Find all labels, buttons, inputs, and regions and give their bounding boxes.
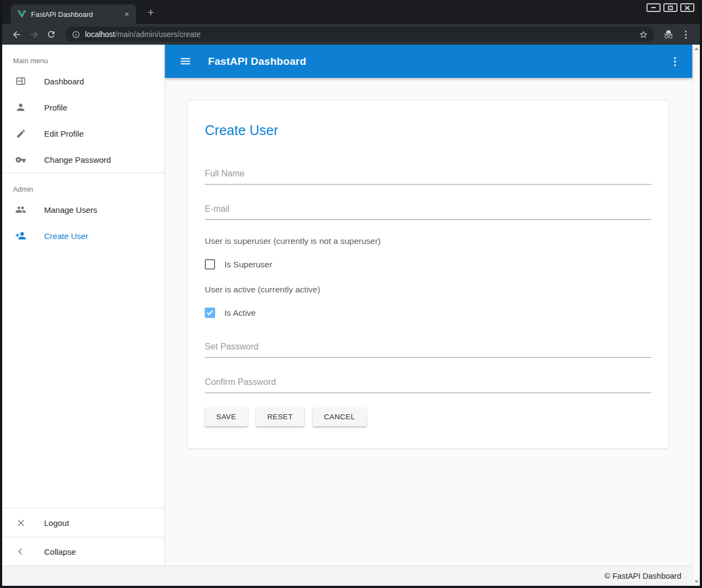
sidebar-item-label: Manage Users	[44, 205, 97, 215]
is-active-checkbox[interactable]	[205, 308, 215, 318]
browser-toolbar: localhost/main/admin/users/create ⋮	[2, 24, 700, 45]
hamburger-menu-icon[interactable]	[179, 55, 192, 68]
key-icon	[15, 154, 26, 165]
active-hint: User is active (currently active)	[205, 285, 651, 295]
sidebar-item-logout[interactable]: Logout	[2, 509, 164, 537]
full-name-field	[205, 169, 651, 185]
set-password-input[interactable]	[205, 342, 651, 358]
person-icon	[15, 102, 26, 113]
browser-window: FastAPI Dashboard × + local	[0, 0, 702, 588]
sidebar-item-profile[interactable]: Profile	[2, 94, 164, 120]
email-field	[205, 204, 651, 220]
person-add-icon	[15, 230, 26, 241]
sidebar-spacer	[2, 249, 164, 508]
address-bar[interactable]: localhost/main/admin/users/create	[65, 27, 654, 42]
maximize-button[interactable]	[663, 3, 677, 12]
app-menu-icon[interactable]: ⋮	[670, 55, 680, 68]
scroll-down-arrow-icon[interactable]	[694, 580, 699, 583]
is-active-label: Is Active	[224, 308, 256, 318]
close-window-button[interactable]	[680, 3, 694, 12]
pencil-icon	[15, 128, 26, 139]
reset-button[interactable]: RESET	[256, 407, 304, 426]
save-button[interactable]: SAVE	[205, 407, 248, 426]
create-user-card: Create User User is superuser (currently…	[187, 100, 669, 449]
full-name-input[interactable]	[205, 169, 651, 185]
url-path: /main/admin/users/create	[115, 30, 200, 39]
is-superuser-checkbox[interactable]	[205, 259, 215, 270]
sidebar-item-label: Logout	[44, 518, 69, 528]
sidebar-item-label: Edit Profile	[44, 129, 84, 138]
sidebar-item-edit-profile[interactable]: Edit Profile	[2, 120, 164, 146]
reload-button[interactable]	[44, 27, 59, 42]
browser-tab[interactable]: FastAPI Dashboard ×	[11, 4, 136, 24]
sidebar-section-main-menu: Main menu	[2, 45, 164, 68]
confirm-password-field	[205, 377, 651, 393]
is-superuser-label: Is Superuser	[224, 260, 272, 270]
superuser-checkbox-row: Is Superuser	[205, 259, 651, 270]
url-text[interactable]: localhost/main/admin/users/create	[85, 30, 631, 39]
page-title: Create User	[205, 122, 651, 138]
footer: © FastAPI Dashboard	[2, 566, 692, 586]
app-bar: FastAPI Dashboard ⋮	[165, 45, 692, 78]
cancel-button[interactable]: CANCEL	[313, 407, 367, 426]
sidebar-item-manage-users[interactable]: Manage Users	[2, 197, 164, 223]
close-icon	[15, 517, 26, 528]
confirm-password-input[interactable]	[205, 377, 651, 393]
sidebar-section-admin: Admin	[2, 173, 164, 197]
sidebar-item-change-password[interactable]: Change Password	[2, 146, 164, 173]
url-host: localhost	[85, 30, 115, 39]
info-icon[interactable]	[72, 30, 80, 39]
set-password-field	[205, 342, 651, 358]
browser-tab-strip: FastAPI Dashboard × +	[2, 0, 700, 24]
browser-menu-icon[interactable]: ⋮	[678, 27, 693, 42]
forward-button[interactable]	[26, 27, 41, 42]
main-area: FastAPI Dashboard ⋮ Create User	[165, 45, 692, 566]
sidebar-item-dashboard[interactable]: Dashboard	[2, 68, 164, 94]
sidebar-item-label: Collapse	[44, 547, 76, 556]
window-controls	[646, 3, 694, 12]
chevron-left-icon	[15, 546, 26, 557]
sidebar-item-label: Change Password	[44, 155, 111, 164]
form-buttons: SAVE RESET CANCEL	[205, 407, 651, 426]
back-button[interactable]	[9, 27, 24, 42]
new-tab-button[interactable]: +	[144, 5, 158, 20]
app-title: FastAPI Dashboard	[208, 56, 306, 68]
vue-logo-icon	[17, 10, 26, 19]
dashboard-icon	[15, 76, 26, 87]
footer-copyright: © FastAPI Dashboard	[605, 572, 681, 580]
sidebar: Main menu Dashboard Profile	[2, 45, 165, 566]
page-viewport: Main menu Dashboard Profile	[2, 45, 700, 586]
sidebar-item-collapse[interactable]: Collapse	[2, 537, 164, 566]
tab-title: FastAPI Dashboard	[31, 10, 117, 19]
sidebar-item-label: Create User	[44, 231, 88, 241]
people-icon	[15, 204, 26, 215]
sidebar-item-label: Profile	[44, 103, 68, 112]
sidebar-item-label: Dashboard	[44, 77, 84, 86]
scroll-up-arrow-icon[interactable]	[694, 47, 699, 50]
content-area: Create User User is superuser (currently…	[165, 78, 692, 566]
superuser-hint: User is superuser (currently is not a su…	[205, 236, 651, 246]
tab-close-icon[interactable]: ×	[122, 9, 132, 19]
sidebar-item-create-user[interactable]: Create User	[2, 223, 164, 249]
minimize-button[interactable]	[646, 3, 661, 12]
incognito-icon	[661, 27, 676, 42]
email-input[interactable]	[205, 204, 651, 220]
bookmark-star-icon[interactable]	[636, 27, 651, 42]
scrollbar[interactable]	[692, 45, 700, 586]
active-checkbox-row: Is Active	[205, 308, 651, 318]
